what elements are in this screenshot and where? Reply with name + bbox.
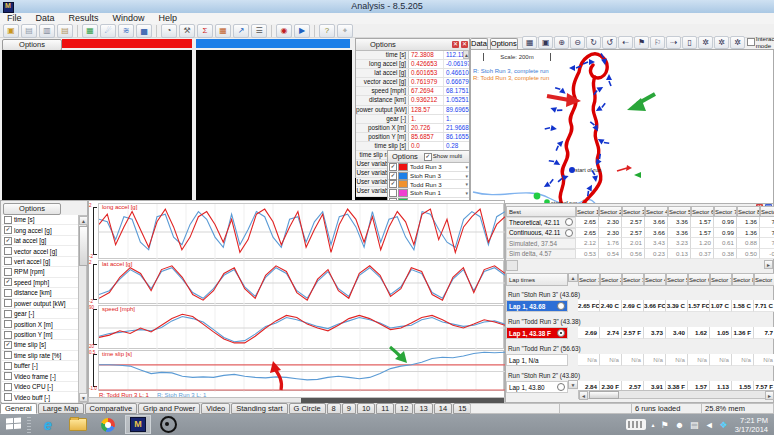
taskbar-clock[interactable]: 7:21 PM 3/17/2014: [735, 416, 768, 434]
map-rotate-ccw-icon[interactable]: ↺: [602, 36, 617, 49]
ie-icon[interactable]: e: [35, 415, 61, 434]
report-help-icon[interactable]: ?: [319, 24, 335, 38]
print-icon[interactable]: ▥: [39, 24, 55, 38]
channel-checkbox[interactable]: ✓: [4, 278, 12, 286]
channel-checkbox[interactable]: [4, 372, 12, 380]
sigma-icon[interactable]: Σ: [197, 24, 213, 38]
map-page-icon[interactable]: ▯: [682, 36, 697, 49]
bottom-tab-12[interactable]: 12: [395, 403, 413, 414]
channel-checkbox[interactable]: [4, 268, 12, 276]
best-row[interactable]: Simulated, 37.542.121.762.013.433.231.20…: [506, 238, 774, 249]
bottom-tab-video[interactable]: Video: [201, 403, 230, 414]
gauge-icon[interactable]: ◉: [276, 24, 292, 38]
channel-checkbox[interactable]: [4, 247, 12, 255]
channel-checkbox[interactable]: [4, 216, 12, 224]
map-node2-icon[interactable]: ✲: [714, 36, 729, 49]
track-map[interactable]: Scale: 200m R: Stoh Run 3, complete runR…: [470, 49, 774, 210]
channel-item[interactable]: Video buff [-]: [2, 392, 79, 402]
scroll-up-icon[interactable]: ▲: [463, 50, 469, 59]
best-row-radio[interactable]: [565, 218, 573, 226]
map-zoom-in-icon[interactable]: ⊕: [554, 36, 569, 49]
best-row[interactable]: Sim delta, 4.570.530.540.560.230.130.370…: [506, 249, 774, 260]
tools-icon[interactable]: ⚒: [179, 24, 195, 38]
bottom-tab-general[interactable]: General: [0, 403, 37, 414]
table-icon[interactable]: ▦: [215, 24, 231, 38]
analysis-app-icon[interactable]: M: [125, 415, 151, 434]
channel-checkbox[interactable]: ✓: [4, 341, 12, 349]
scroll-up-icon[interactable]: ▲: [79, 216, 88, 225]
interactive-mode-checkbox[interactable]: [747, 38, 755, 46]
menu-data[interactable]: Data: [29, 13, 62, 24]
scroll-down-icon[interactable]: ▼: [79, 393, 88, 402]
video1-header-red[interactable]: [62, 39, 192, 48]
lap-row[interactable]: Lap 1, 43.38 F2.692.742.57 F3.733.401.62…: [506, 327, 774, 339]
lap-radio[interactable]: [557, 329, 565, 337]
charts-panel[interactable]: R: Todd Run 3 L: 1R: Stoh Run 3 L: 1 2-2…: [88, 200, 505, 403]
menu-file[interactable]: File: [0, 13, 29, 24]
data-row[interactable]: power output [kW]128.5789.6965: [356, 106, 469, 115]
lap-radio[interactable]: [557, 383, 565, 391]
channel-checkbox[interactable]: [4, 299, 12, 307]
channel-checkbox[interactable]: ✓: [4, 226, 12, 234]
lap-row[interactable]: Lap 1, N/aN/aN/aN/aN/aN/aN/aN/aN/aN/a: [506, 354, 774, 366]
track-edit-icon[interactable]: ☄: [100, 24, 116, 38]
map-select-icon[interactable]: ▦: [522, 36, 537, 49]
scroll-up-icon[interactable]: ▲: [568, 273, 578, 282]
data-row[interactable]: position X [m]20.72621.9668: [356, 124, 469, 133]
run-checkbox[interactable]: [389, 189, 397, 197]
data-row[interactable]: lat accel [g]0.6016530.466104: [356, 69, 469, 78]
channels-options-button[interactable]: Options: [3, 203, 61, 215]
map-node3-icon[interactable]: ✲: [730, 36, 745, 49]
bottom-tab-13[interactable]: 13: [414, 403, 432, 414]
channel-checkbox[interactable]: [4, 257, 12, 265]
keyboard-icon[interactable]: [626, 419, 646, 430]
channel-item[interactable]: distance [km]: [2, 288, 79, 298]
map-back-icon[interactable]: ⇠: [618, 36, 633, 49]
chart-bar-icon[interactable]: ▅: [136, 24, 152, 38]
channel-item[interactable]: ✓speed [mph]: [2, 278, 79, 288]
laps-hscrollbar[interactable]: ◄ ►: [578, 390, 774, 399]
tab-options[interactable]: Options: [490, 38, 518, 49]
close-icon[interactable]: ✕: [461, 41, 468, 48]
chart-longaccelg[interactable]: long accel [g]: [98, 203, 504, 259]
probe-icon[interactable]: ⌖: [337, 24, 353, 38]
channel-item[interactable]: Video CPU [-]: [2, 382, 79, 392]
film-icon[interactable]: ☰: [251, 24, 267, 38]
menu-help[interactable]: Help: [152, 13, 185, 24]
chart-lataccelg[interactable]: lat accel [g]: [98, 260, 504, 304]
bottom-tab-standing-start[interactable]: Standing start: [231, 403, 287, 414]
bottom-tab-large-map[interactable]: Large Map: [38, 403, 84, 414]
runs-panel-header[interactable]: Options ✓ Show multi: [388, 151, 469, 163]
start-button[interactable]: [6, 417, 23, 431]
bottom-tab-11[interactable]: 11: [376, 403, 394, 414]
channel-checkbox[interactable]: [4, 393, 12, 401]
map-zoom-out-icon[interactable]: ⊖: [570, 36, 585, 49]
title-bar[interactable]: Analysis - 8.5.205: [0, 0, 774, 14]
chrome-icon[interactable]: [95, 415, 121, 434]
channel-checkbox[interactable]: [4, 289, 12, 297]
channel-item[interactable]: buffer [-]: [2, 361, 79, 371]
channel-item[interactable]: position Y [m]: [2, 330, 79, 340]
chevron-down-icon[interactable]: ▾: [465, 164, 468, 170]
scroll-down-icon[interactable]: ▼: [568, 380, 578, 389]
best-row[interactable]: Continuous, 42.112.652.302.573.663.361.5…: [506, 228, 774, 239]
menu-results[interactable]: Results: [62, 13, 106, 24]
tray-expand-icon[interactable]: ▴: [652, 421, 655, 428]
tray-volume-icon[interactable]: ◄: [705, 420, 714, 430]
bottom-tab-10[interactable]: 10: [357, 403, 375, 414]
bottom-tab-14[interactable]: 14: [434, 403, 452, 414]
scroll-thumb[interactable]: [589, 391, 619, 399]
map-flag-start-icon[interactable]: ⚑: [634, 36, 649, 49]
chart-speedmph[interactable]: speed [mph]: [98, 305, 504, 349]
bottom-tab-grip-and-power[interactable]: Grip and Power: [138, 403, 200, 414]
video2-header-blue[interactable]: [196, 39, 350, 48]
channel-item[interactable]: time slip rate [%]: [2, 351, 79, 361]
chart-line-icon[interactable]: ≋: [118, 24, 134, 38]
show-multi-checkbox[interactable]: ✓: [424, 153, 432, 161]
lap-row[interactable]: Lap 1, 43.682.65 FC2.40 C2.69 C3.66 FC3.…: [506, 300, 774, 312]
tray-user-icon[interactable]: ☻: [675, 420, 684, 430]
channel-item[interactable]: RPM [rpm]: [2, 267, 79, 277]
chevron-down-icon[interactable]: ▾: [465, 190, 468, 196]
scroll-right-icon[interactable]: ►: [764, 260, 773, 269]
bottom-tab-15[interactable]: 15: [453, 403, 471, 414]
